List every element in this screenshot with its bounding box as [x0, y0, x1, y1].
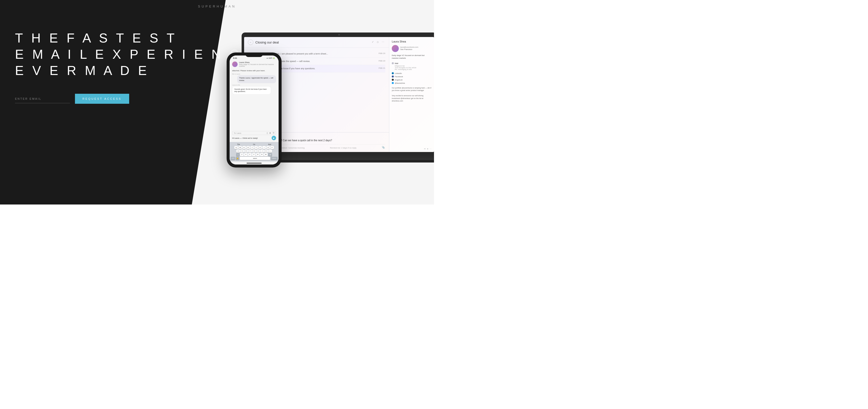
key-c[interactable]: C — [248, 153, 252, 156]
key-return[interactable]: return — [271, 157, 278, 160]
key-h[interactable]: H — [256, 149, 260, 152]
angellist-item[interactable]: AngelList — [392, 78, 432, 82]
bubble-me: Thanks Laura, I appreciate the speed — w… — [237, 75, 276, 83]
key-shift[interactable]: ⇧ — [236, 153, 240, 156]
linkedin-item[interactable]: LinkedIn — [392, 72, 432, 75]
key-delete[interactable]: ⌫ — [268, 153, 272, 156]
suggest-and[interactable]: And — [268, 144, 271, 145]
key-r[interactable]: R — [246, 146, 250, 149]
bubble-laura: Sounds good. Do let me know if you have … — [232, 86, 271, 95]
keyboard-row-1: Q W E R T Y U I O P — [230, 146, 278, 149]
key-m[interactable]: M — [264, 153, 268, 156]
mail-sub2: Your thoughts on this article — [395, 67, 432, 68]
check-icon[interactable]: ✓ — [372, 40, 375, 44]
suggest-im[interactable]: I'm — [253, 144, 255, 145]
contact-notes: Our portfolio @usventures is ramping har… — [392, 87, 432, 103]
bubble-me-label: Me to Laura — [232, 73, 276, 75]
key-x[interactable]: X — [244, 153, 248, 156]
key-f[interactable]: F — [248, 149, 252, 152]
phone-to-label: To: Laura — [234, 132, 241, 134]
social-links: LinkedIn Facebook AngelList @lauras — [392, 72, 432, 85]
suggest-the[interactable]: The — [237, 144, 240, 145]
key-v[interactable]: V — [252, 153, 256, 156]
phone-status-icons: ▪▪▪ WiFi 🔋 — [267, 57, 275, 59]
key-q[interactable]: Q — [235, 146, 238, 149]
key-g[interactable]: G — [252, 149, 256, 152]
phone-email-header: Laura Shea Early stage VC focused on dor… — [229, 60, 279, 68]
devices-container: ← Closing our deal ✓ ◇ ⋯ Laura Per our c… — [217, 12, 434, 200]
flag-icon[interactable]: ◇ — [377, 40, 380, 44]
contact-avatar — [392, 45, 399, 52]
key-s[interactable]: S — [240, 149, 244, 152]
phone-sender-info: Laura Shea Early stage VC focused on dor… — [239, 61, 276, 67]
laptop-camera — [338, 34, 340, 35]
footer-mail-icon: ✉ — [424, 148, 426, 150]
key-j[interactable]: J — [260, 149, 264, 152]
phone-body: 9:41 ▪▪▪ WiFi 🔋 Laura Shea Early stage V… — [227, 53, 282, 168]
phone-intro: attached. Please review with your team. — [232, 69, 276, 72]
key-y[interactable]: Y — [254, 146, 258, 149]
key-l[interactable]: L — [268, 149, 272, 152]
phone-compose: To: Laura {} ▦ ⛓ Hi Laura — I think we'r… — [229, 130, 279, 142]
twitter-icon — [392, 82, 394, 84]
key-o[interactable]: O — [266, 146, 270, 149]
email-actions: ✓ ◇ ⋯ — [372, 40, 385, 44]
keyboard-row-2: A S D F G H J K L — [230, 149, 278, 152]
key-p[interactable]: P — [270, 146, 274, 149]
mail-icon — [392, 62, 394, 64]
key-space[interactable]: space — [240, 157, 270, 160]
back-button[interactable]: ← — [248, 39, 253, 45]
compose-icons: {} ▦ ⛓ — [267, 132, 274, 134]
phone-time: 9:41 — [233, 57, 237, 59]
phone-sender-avatar — [232, 61, 238, 67]
key-n[interactable]: N — [260, 153, 264, 156]
twitter-item[interactable]: @laurashea — [392, 82, 432, 85]
brackets-icon: {} — [267, 132, 268, 134]
key-u[interactable]: U — [258, 146, 262, 149]
contact-info: laura@usventures.com San Francisco — [392, 45, 432, 52]
phone-notch — [245, 53, 263, 57]
signal-icon: ▪▪▪ — [267, 57, 268, 59]
key-w[interactable]: W — [238, 146, 242, 149]
phone-draft-text[interactable]: Hi Laura — I think we're ready! — [232, 137, 271, 139]
facebook-item[interactable]: Facebook — [392, 75, 432, 78]
key-t[interactable]: T — [250, 146, 254, 149]
request-access-button[interactable]: REQUEST ACCESS — [75, 94, 129, 104]
back-icon: ← — [250, 41, 252, 43]
phone-content: attached. Please review with your team. … — [229, 68, 279, 130]
header: SUPERHUMAN — [0, 0, 434, 13]
key-e[interactable]: E — [242, 146, 246, 149]
footer-more-icon: ⋯ — [430, 148, 432, 150]
contact-location: San Francisco — [400, 48, 418, 51]
key-b[interactable]: B — [256, 153, 259, 156]
email-input[interactable] — [15, 94, 70, 103]
key-123[interactable]: 123 — [230, 157, 235, 160]
footer-star-icon: ★ — [427, 148, 429, 150]
phone-home-bar — [229, 162, 279, 165]
keyboard-row-4: 123 😊 space return — [230, 157, 278, 160]
footer-icons: ✉ ★ ⋯ — [424, 148, 432, 150]
phone-send-button[interactable]: ▶ — [272, 136, 276, 140]
phone-compose-draft: Hi Laura — I think we're ready! ▶ — [232, 136, 276, 140]
more-icon[interactable]: ⋯ — [382, 40, 385, 44]
home-indicator — [247, 163, 261, 164]
wifi-icon: WiFi — [269, 57, 272, 59]
mail-sub3: Re: messaging & bots — [395, 68, 432, 70]
key-i[interactable]: I — [262, 146, 266, 149]
phone-sender-name: Laura Shea — [239, 61, 276, 63]
battery-icon: 🔋 — [273, 57, 275, 59]
email-subject: Closing our deal — [255, 40, 370, 44]
contact-panel: Laura Shea laura@usventures.com San Fran… — [389, 37, 434, 152]
key-d[interactable]: D — [244, 149, 248, 152]
mail-section: Mail Diligence list Your thoughts on thi… — [392, 62, 432, 70]
contact-email: laura@usventures.com — [400, 46, 418, 48]
key-k[interactable]: K — [265, 149, 268, 152]
key-z[interactable]: Z — [240, 153, 244, 156]
mail-item: Mail — [392, 62, 432, 65]
photo-icon: ▦ — [269, 132, 271, 134]
key-emoji[interactable]: 😊 — [236, 157, 239, 160]
bubble-laura-label: Laura to Me — [232, 84, 276, 86]
phone-screen: 9:41 ▪▪▪ WiFi 🔋 Laura Shea Early stage V… — [229, 56, 279, 165]
linkedin-icon — [392, 72, 394, 74]
key-a[interactable]: A — [236, 149, 240, 152]
